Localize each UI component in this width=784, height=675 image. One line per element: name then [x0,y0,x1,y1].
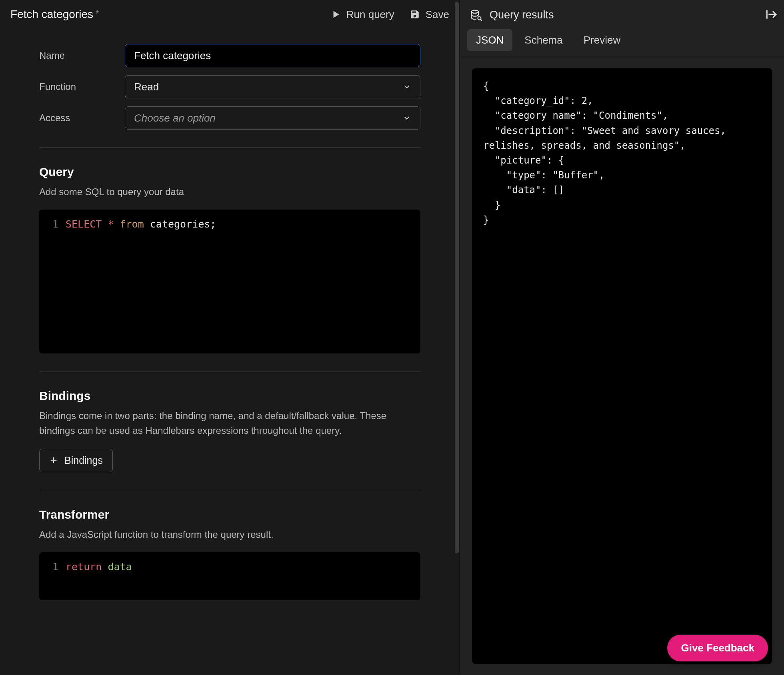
give-feedback-button[interactable]: Give Feedback [667,635,768,661]
chevron-down-icon [402,114,411,122]
function-select-value: Read [134,81,159,93]
name-input[interactable] [125,44,420,67]
expand-right-icon [765,8,778,21]
expand-panel-button[interactable] [765,8,778,22]
play-icon [330,9,341,20]
sql-token: * [108,218,114,230]
tab-schema[interactable]: Schema [516,29,571,51]
access-select-placeholder: Choose an option [134,112,216,124]
bindings-section-title: Bindings [39,389,420,403]
name-label: Name [39,50,125,61]
sql-keyword: from [120,218,144,230]
svg-point-3 [478,16,481,20]
page-title: Fetch categories * [10,8,99,21]
results-tabs: JSON Schema Preview [460,29,784,57]
line-number: 1 [47,217,58,232]
run-query-button[interactable]: Run query [330,8,394,21]
tab-preview[interactable]: Preview [575,29,629,51]
query-section-title: Query [39,165,420,179]
js-keyword: return [66,561,102,573]
tab-json[interactable]: JSON [467,29,512,51]
run-query-label: Run query [346,8,394,21]
scrollbar-thumb[interactable] [455,2,459,553]
query-editor[interactable]: 1SELECT * from categories; [39,210,420,353]
bindings-button-label: Bindings [64,455,103,466]
results-json-output[interactable]: { "category_id": 2, "category_name": "Co… [472,68,772,664]
js-identifier: data [108,561,132,573]
transformer-section-subtitle: Add a JavaScript function to transform t… [39,527,420,542]
access-label: Access [39,112,125,124]
transformer-section-title: Transformer [39,508,420,521]
results-title: Query results [470,9,554,21]
add-bindings-button[interactable]: Bindings [39,449,113,472]
plus-icon [49,456,58,465]
svg-point-2 [472,10,479,13]
sql-keyword: SELECT [66,218,102,230]
save-label: Save [426,8,449,21]
query-results-icon [470,9,482,21]
function-select[interactable]: Read [125,75,420,98]
results-title-text: Query results [490,9,554,21]
unsaved-indicator-icon: * [96,8,99,19]
query-title-text: Fetch categories [10,8,93,21]
bindings-section-subtitle: Bindings come in two parts: the binding … [39,408,420,438]
access-select[interactable]: Choose an option [125,106,420,130]
chevron-down-icon [402,82,411,91]
divider [39,490,420,490]
sql-token: categories; [150,218,216,230]
function-label: Function [39,81,125,92]
line-number: 1 [47,559,58,575]
query-section-subtitle: Add some SQL to query your data [39,184,420,199]
save-button[interactable]: Save [410,8,449,21]
save-icon [410,9,420,20]
divider [39,371,420,371]
divider [39,147,420,148]
svg-line-4 [481,19,482,20]
transformer-editor[interactable]: 1return data [39,552,420,600]
